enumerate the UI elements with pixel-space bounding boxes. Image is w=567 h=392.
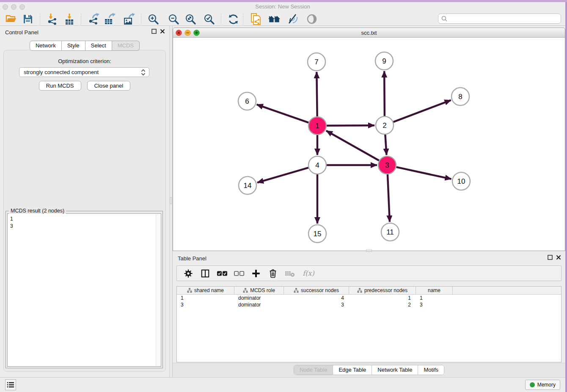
zoom-in-button[interactable] xyxy=(147,13,160,25)
delete-column-button[interactable] xyxy=(267,268,278,279)
column-header-successor-nodes[interactable]: successor nodes xyxy=(284,287,349,294)
tab-node-table[interactable]: Node Table xyxy=(294,365,333,375)
float-panel-icon[interactable] xyxy=(151,29,157,34)
table-settings-button[interactable] xyxy=(183,268,194,279)
close-table-panel-icon[interactable] xyxy=(556,255,561,260)
close-panel-icon[interactable] xyxy=(160,29,165,34)
zoom-fit-button[interactable] xyxy=(184,13,197,25)
show-graphics-button[interactable] xyxy=(306,13,318,25)
open-file-button[interactable] xyxy=(5,13,17,25)
export-network-button[interactable] xyxy=(87,13,100,25)
cell-successor-nodes[interactable]: 4 xyxy=(284,295,349,301)
table-row[interactable]: 1dominator411 xyxy=(177,295,561,301)
edge-2-3[interactable] xyxy=(385,135,386,155)
float-table-panel-icon[interactable] xyxy=(548,255,553,260)
node-label-9: 9 xyxy=(382,57,386,65)
column-label: name xyxy=(428,287,440,293)
table-row[interactable]: 3dominator323 xyxy=(177,301,561,308)
zoom-out-icon xyxy=(168,14,179,25)
column-header-predecessor-nodes[interactable]: predecessor nodes xyxy=(349,287,416,294)
toolbar-separator xyxy=(40,14,40,25)
home-view-button[interactable] xyxy=(268,13,281,25)
tab-motifs[interactable]: Motifs xyxy=(418,365,444,375)
zoom-out-button[interactable] xyxy=(167,13,180,25)
delete-table-button[interactable] xyxy=(284,268,295,279)
memory-button[interactable]: Memory xyxy=(525,380,560,390)
search-input[interactable] xyxy=(448,15,561,22)
tab-style[interactable]: Style xyxy=(62,41,85,51)
cell-predecessor-nodes[interactable]: 2 xyxy=(349,301,416,308)
run-mcds-button[interactable]: Run MCDS xyxy=(39,81,81,91)
refresh-icon xyxy=(228,14,239,25)
column-header-shared-name[interactable]: shared name xyxy=(177,287,234,294)
cell-shared-name[interactable]: 3 xyxy=(177,301,234,308)
hide-graphics-button[interactable] xyxy=(286,13,299,25)
node-label-15: 15 xyxy=(314,230,322,238)
column-visibility-button[interactable] xyxy=(200,268,211,279)
splitter-handle[interactable] xyxy=(170,197,172,204)
deselect-all-button[interactable] xyxy=(234,268,245,279)
tab-network[interactable]: Network xyxy=(30,41,62,51)
tab-network-table[interactable]: Network Table xyxy=(372,365,418,375)
network-canvas[interactable]: 7968124314101511 xyxy=(173,38,565,251)
panel-splitter[interactable] xyxy=(169,26,173,377)
app-titlebar[interactable]: Session: New Session xyxy=(0,2,565,12)
edge-4-14[interactable] xyxy=(257,168,308,182)
result-line: 3 xyxy=(10,223,154,230)
cell-successor-nodes[interactable]: 3 xyxy=(284,301,349,308)
cell-mcds-role[interactable]: dominator xyxy=(234,301,284,308)
optimization-criterion-select[interactable]: strongly connected component xyxy=(19,67,149,77)
save-floppy-icon xyxy=(22,14,33,25)
mcds-result-lines: 13 xyxy=(10,215,154,230)
task-history-button[interactable] xyxy=(5,379,16,390)
save-session-button[interactable] xyxy=(22,13,34,25)
network-window: scc.txt 7968124314101511 xyxy=(173,28,565,251)
apply-layout-button[interactable] xyxy=(227,13,239,25)
column-type-icon xyxy=(243,288,248,293)
import-table-button[interactable] xyxy=(63,13,76,25)
optimization-criterion-label: Optimization criterion: xyxy=(4,58,165,64)
function-icon: f(x) xyxy=(303,269,314,277)
mcds-result-title: MCDS result (2 nodes) xyxy=(9,208,66,214)
search-field[interactable] xyxy=(438,14,561,24)
edge-2-8[interactable] xyxy=(394,100,451,122)
column-header-name[interactable]: name xyxy=(416,287,453,294)
mcds-result-textarea[interactable]: 13 xyxy=(7,213,161,367)
edge-1-2[interactable] xyxy=(327,125,374,126)
column-label: successor nodes xyxy=(301,287,339,293)
tab-edge-table[interactable]: Edge Table xyxy=(333,365,372,375)
node-label-11: 11 xyxy=(386,228,394,236)
cell-shared-name[interactable]: 1 xyxy=(177,295,234,301)
tab-select[interactable]: Select xyxy=(85,41,112,51)
network-from-file-button[interactable] xyxy=(250,13,262,25)
export-image-button[interactable] xyxy=(123,13,135,25)
select-all-button[interactable] xyxy=(217,268,228,279)
node-label-10: 10 xyxy=(457,177,465,185)
function-builder-button[interactable]: f(x) xyxy=(301,268,316,279)
tab-mcds[interactable]: MCDS xyxy=(112,41,140,51)
edge-3-11[interactable] xyxy=(388,174,390,222)
table-panel-title: Table Panel xyxy=(178,255,206,262)
list-icon xyxy=(7,381,14,388)
edge-2-9[interactable] xyxy=(384,71,385,116)
import-network-button[interactable] xyxy=(46,13,59,25)
open-folder-icon xyxy=(5,13,17,25)
cell-name[interactable]: 1 xyxy=(416,295,453,301)
cell-predecessor-nodes[interactable]: 1 xyxy=(349,295,416,301)
columns-icon xyxy=(201,269,210,278)
zoom-selected-button[interactable] xyxy=(203,13,215,25)
node-label-1: 1 xyxy=(315,122,319,130)
edge-1-6[interactable] xyxy=(257,105,309,123)
export-table-button[interactable] xyxy=(103,13,116,25)
add-column-button[interactable] xyxy=(250,268,261,279)
table-toolbar: f(x) xyxy=(176,265,561,281)
network-window-titlebar[interactable]: scc.txt xyxy=(173,28,565,38)
result-scrollbar[interactable] xyxy=(156,214,160,366)
column-header-mcds-role[interactable]: MCDS role xyxy=(234,287,284,294)
close-panel-button[interactable]: Close panel xyxy=(87,81,131,91)
edge-1-7[interactable] xyxy=(317,72,317,116)
cell-mcds-role[interactable]: dominator xyxy=(234,295,284,301)
edge-3-1[interactable] xyxy=(326,131,379,160)
edge-3-10[interactable] xyxy=(396,167,451,179)
cell-name[interactable]: 3 xyxy=(416,301,453,308)
